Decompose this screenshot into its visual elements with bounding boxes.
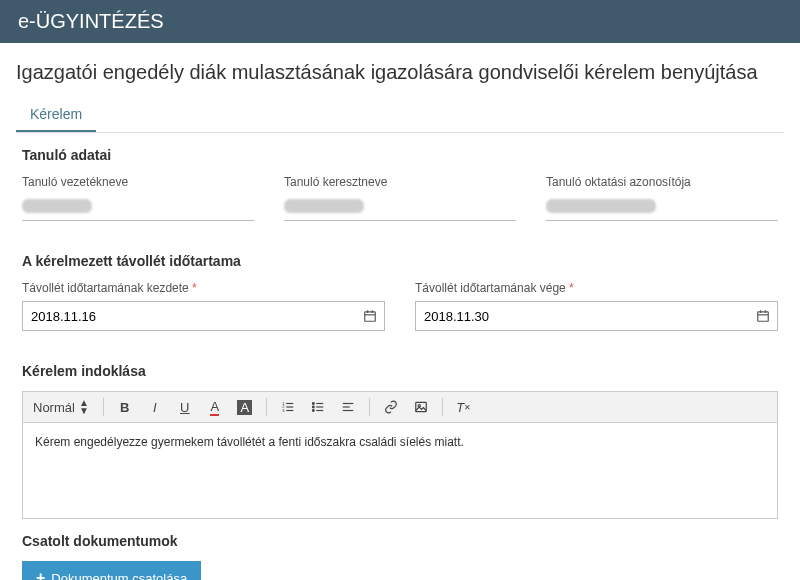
- start-label: Távollét időtartamának kezdete *: [22, 281, 385, 295]
- start-date-input[interactable]: [22, 301, 385, 331]
- link-button[interactable]: [380, 396, 402, 418]
- app-header: e-ÜGYINTÉZÉS: [0, 0, 800, 43]
- bg-color-button[interactable]: A: [234, 396, 256, 418]
- font-color-button[interactable]: A: [204, 396, 226, 418]
- italic-button[interactable]: I: [144, 396, 166, 418]
- attach-section: Csatolt dokumentumok + Dokumentum csatol…: [0, 527, 800, 580]
- rich-text-editor: Normál ▲▼ B I U A A 123: [22, 391, 778, 519]
- firstname-field[interactable]: [284, 195, 516, 221]
- app-title: e-ÜGYINTÉZÉS: [18, 10, 164, 32]
- bold-button[interactable]: B: [114, 396, 136, 418]
- page-title: Igazgatói engedély diák mulasztásának ig…: [0, 43, 800, 98]
- eduid-label: Tanuló oktatási azonosítója: [546, 175, 778, 189]
- reason-section-title: Kérelem indoklása: [22, 363, 778, 379]
- svg-rect-23: [416, 402, 427, 411]
- editor-body[interactable]: Kérem engedélyezze gyermekem távollétét …: [23, 423, 777, 518]
- underline-button[interactable]: U: [174, 396, 196, 418]
- student-section: Tanuló adatai Tanuló vezetékneve Tanuló …: [0, 133, 800, 239]
- absence-section: A kérelmezett távollét időtartama Távoll…: [0, 239, 800, 349]
- clear-format-button[interactable]: T✕: [453, 396, 475, 418]
- editor-toolbar: Normál ▲▼ B I U A A 123: [23, 392, 777, 423]
- student-section-title: Tanuló adatai: [22, 147, 778, 163]
- image-button[interactable]: [410, 396, 432, 418]
- svg-text:3: 3: [282, 408, 285, 413]
- absence-section-title: A kérelmezett távollét időtartama: [22, 253, 778, 269]
- align-button[interactable]: [337, 396, 359, 418]
- svg-point-19: [312, 410, 314, 412]
- tabs: Kérelem: [16, 98, 784, 133]
- unordered-list-button[interactable]: [307, 396, 329, 418]
- redacted-value: [546, 199, 656, 213]
- end-label: Távollét időtartamának vége *: [415, 281, 778, 295]
- redacted-value: [284, 199, 364, 213]
- lastname-label: Tanuló vezetékneve: [22, 175, 254, 189]
- attach-document-button[interactable]: + Dokumentum csatolása: [22, 561, 201, 580]
- attach-button-label: Dokumentum csatolása: [51, 571, 187, 581]
- format-label: Normál: [33, 400, 75, 415]
- redacted-value: [22, 199, 92, 213]
- reason-section: Kérelem indoklása Normál ▲▼ B I U A A 12…: [0, 349, 800, 527]
- plus-icon: +: [36, 569, 45, 580]
- end-date-input[interactable]: [415, 301, 778, 331]
- chevron-updown-icon: ▲▼: [79, 399, 89, 415]
- svg-point-17: [312, 403, 314, 405]
- tab-kerelem[interactable]: Kérelem: [16, 98, 96, 132]
- attach-section-title: Csatolt dokumentumok: [22, 533, 778, 549]
- eduid-field[interactable]: [546, 195, 778, 221]
- ordered-list-button[interactable]: 123: [277, 396, 299, 418]
- format-select[interactable]: Normál ▲▼: [29, 397, 93, 417]
- lastname-field[interactable]: [22, 195, 254, 221]
- firstname-label: Tanuló keresztneve: [284, 175, 516, 189]
- svg-point-18: [312, 406, 314, 408]
